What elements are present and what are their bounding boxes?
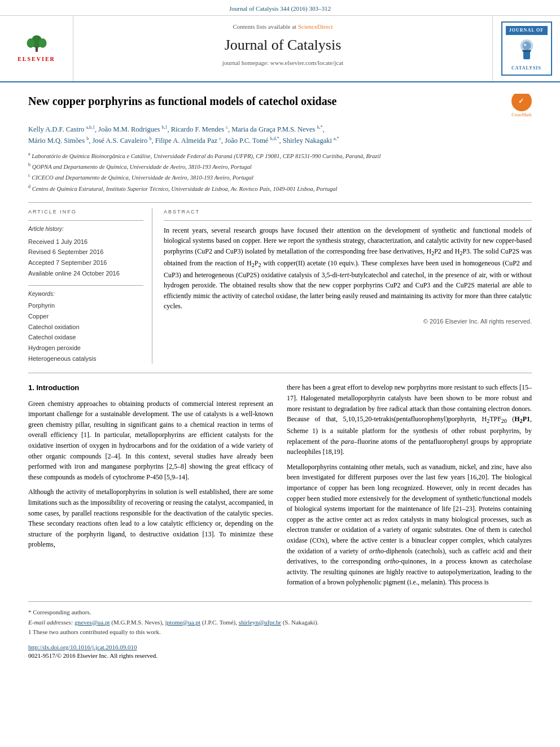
affiliation-b: b QOPNA and Departamento de Química, Uni… — [28, 161, 532, 171]
svg-rect-3 — [35, 47, 37, 51]
journal-citation-bar: Journal of Catalysis 344 (2016) 303–312 — [0, 0, 560, 16]
main-content: ✓ CrossMark New copper porphyrins as fun… — [0, 82, 560, 672]
section-divider — [28, 373, 532, 373]
keywords-label: Keywords: — [28, 290, 143, 298]
accepted-date: Accepted 7 September 2016 — [28, 257, 143, 268]
copyright: © 2016 Elsevier Inc. All rights reserved… — [164, 317, 532, 326]
keyword-2: Copper — [28, 311, 143, 322]
abstract-heading: ABSTRACT — [164, 208, 532, 216]
equal-contrib-note: 1 These two authors contributed equally … — [28, 627, 532, 637]
body-text-area: 1. Introduction Green chemistry approach… — [28, 382, 532, 592]
footnotes-section: * Corresponding authors. E-mail addresse… — [28, 601, 532, 637]
abstract-text: In recent years, several research groups… — [164, 225, 532, 312]
body-p3: there has been a great effort to develop… — [287, 382, 532, 457]
body-p2: Although the activity of metalloporphyri… — [28, 487, 273, 550]
email-link-3[interactable]: shirleyn@ufpr.br — [239, 619, 281, 626]
svg-rect-6 — [523, 51, 530, 59]
doi-section: http://dx.doi.org/10.1016/j.jcat.2016.09… — [28, 643, 532, 661]
corresponding-note: * Corresponding authors. — [28, 608, 532, 618]
email-link-1[interactable]: gneves@ua.pt — [75, 619, 110, 626]
email-link-2[interactable]: jptome@ua.pt — [165, 619, 200, 626]
elsevier-tree-icon — [20, 34, 54, 54]
journal-logo-section: JOURNAL OF CATALYSIS — [492, 16, 560, 81]
body-two-col: 1. Introduction Green chemistry approach… — [28, 382, 532, 592]
keyword-6: Heterogeneous catalysis — [28, 353, 143, 364]
journal-title-section: Contents lists available at ScienceDirec… — [73, 16, 492, 81]
affiliation-c: c CICECO and Departamento de Química, Un… — [28, 172, 532, 182]
article-dates: Received 1 July 2016 Revised 6 September… — [28, 237, 143, 279]
issn-text: 0021-9517/© 2016 Elsevier Inc. All right… — [28, 652, 158, 659]
elsevier-logo-section: ELSEVIER — [0, 16, 73, 81]
keyword-1: Porphyrin — [28, 300, 143, 311]
svg-rect-7 — [522, 50, 531, 51]
history-label: Article history: — [28, 225, 143, 233]
article-title: New copper porphyrins as functional mode… — [28, 94, 532, 108]
journal-logo-icon — [510, 37, 544, 63]
revised-date: Revised 6 September 2016 — [28, 247, 143, 257]
received-date: Received 1 July 2016 — [28, 237, 143, 247]
svg-point-5 — [522, 41, 531, 50]
available-date: Available online 24 October 2016 — [28, 268, 143, 279]
journal-homepage: journal homepage: www.elsevier.com/locat… — [85, 59, 481, 67]
affiliations: a Laboratório de Química Bioinorgânica e… — [28, 151, 532, 193]
article-info-col: ARTICLE INFO Article history: Received 1… — [28, 208, 152, 364]
sciencedirect-link[interactable]: ScienceDirect — [298, 23, 333, 30]
keyword-3: Catechol oxidation — [28, 322, 143, 333]
crossmark-icon: ✓ — [515, 94, 528, 108]
elsevier-text: ELSEVIER — [18, 55, 55, 63]
svg-point-2 — [38, 38, 46, 48]
section1-title: 1. Introduction — [28, 382, 273, 394]
body-col-left: 1. Introduction Green chemistry approach… — [28, 382, 273, 592]
journal-logo-top: JOURNAL OF — [506, 26, 548, 34]
journal-citation: Journal of Catalysis 344 (2016) 303–312 — [229, 5, 331, 12]
keyword-5: Hydrogen peroxide — [28, 343, 143, 353]
svg-point-8 — [523, 43, 526, 46]
affiliation-a: a Laboratório de Química Bioinorgânica e… — [28, 151, 532, 160]
body-p1: Green chemistry approaches to obtaining … — [28, 399, 273, 483]
authors-line: Kelly A.D.F. Castro a,b,1, João M.M. Rod… — [28, 124, 532, 146]
keyword-4: Catechol oxidase — [28, 332, 143, 343]
article-info-heading: ARTICLE INFO — [28, 208, 143, 216]
info-abstract-section: ARTICLE INFO Article history: Received 1… — [28, 202, 532, 364]
doi-link[interactable]: http://dx.doi.org/10.1016/j.jcat.2016.09… — [28, 644, 137, 650]
crossmark-badge: ✓ CrossMark — [511, 94, 532, 118]
body-col-right: there has been a great effort to develop… — [287, 382, 532, 592]
journal-logo-box: JOURNAL OF CATALYSIS — [501, 21, 552, 75]
journal-logo-bottom: CATALYSIS — [506, 65, 548, 71]
journal-title: Journal of Catalysis — [85, 35, 481, 55]
sciencedirect-line: Contents lists available at ScienceDirec… — [85, 23, 481, 31]
svg-text:✓: ✓ — [518, 97, 524, 105]
svg-point-1 — [27, 38, 34, 48]
email-note: E-mail addresses: gneves@ua.pt (M.G.P.M.… — [28, 618, 532, 628]
body-p4: Metalloporphyrins containing other metal… — [287, 462, 532, 588]
keywords-list: Porphyrin Copper Catechol oxidation Cate… — [28, 300, 143, 364]
affiliation-d: d Centro de Química Estrutural, Institut… — [28, 184, 532, 193]
abstract-col: ABSTRACT In recent years, several resear… — [164, 208, 532, 364]
journal-header: ELSEVIER Contents lists available at Sci… — [0, 16, 560, 82]
